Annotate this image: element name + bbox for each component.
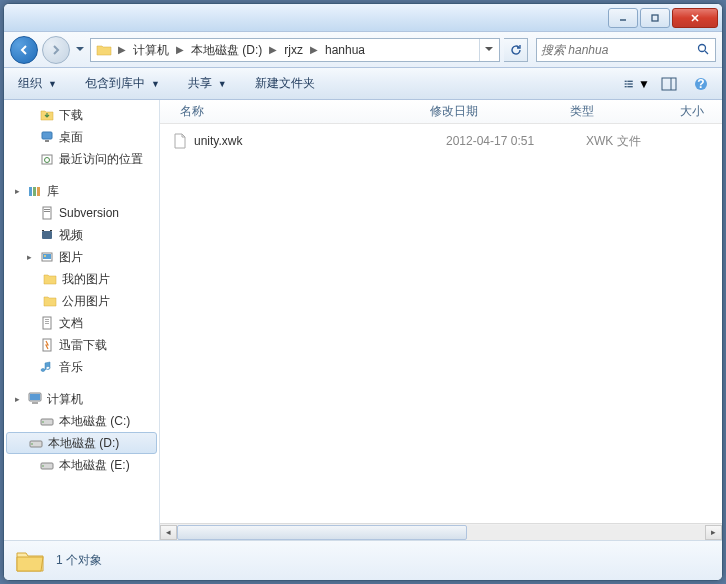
- svg-point-41: [42, 421, 44, 423]
- svg-point-19: [45, 158, 50, 163]
- minimize-button[interactable]: [608, 8, 638, 28]
- recent-icon: [39, 151, 55, 167]
- file-list[interactable]: unity.xwk 2012-04-17 0:51 XWK 文件: [160, 124, 722, 523]
- tree-item-music[interactable]: 音乐: [4, 356, 159, 378]
- svg-rect-27: [42, 230, 44, 231]
- breadcrumb-arrow-icon[interactable]: ▶: [115, 44, 129, 55]
- file-name: unity.xwk: [194, 134, 438, 148]
- collapse-icon[interactable]: ▸: [24, 252, 35, 263]
- column-date[interactable]: 修改日期: [422, 103, 562, 120]
- svg-text:?: ?: [697, 77, 704, 91]
- collapse-icon[interactable]: ▸: [12, 394, 23, 405]
- search-icon[interactable]: [695, 43, 711, 56]
- tree-item-my-pictures[interactable]: 我的图片: [4, 268, 159, 290]
- scroll-left-button[interactable]: ◂: [160, 525, 177, 540]
- svg-rect-35: [45, 323, 49, 324]
- breadcrumb-arrow-icon[interactable]: ▶: [266, 44, 280, 55]
- search-box[interactable]: [536, 38, 716, 62]
- column-size[interactable]: 大小: [672, 103, 722, 120]
- documents-icon: [39, 315, 55, 331]
- tree-item-drive-e[interactable]: 本地磁盘 (E:): [4, 454, 159, 476]
- folder-icon: [42, 293, 58, 309]
- forward-button[interactable]: [42, 36, 70, 64]
- status-text: 1 个对象: [56, 552, 102, 569]
- tree-item-pictures[interactable]: ▸图片: [4, 246, 159, 268]
- file-row[interactable]: unity.xwk 2012-04-17 0:51 XWK 文件: [172, 130, 710, 152]
- downloads-icon: [39, 107, 55, 123]
- view-options-button[interactable]: ▼: [624, 73, 650, 95]
- tree-item-desktop[interactable]: 桌面: [4, 126, 159, 148]
- new-folder-button[interactable]: 新建文件夹: [249, 72, 321, 95]
- svg-rect-34: [45, 321, 49, 322]
- tree-item-documents[interactable]: 文档: [4, 312, 159, 334]
- tree-item-subversion[interactable]: Subversion: [4, 202, 159, 224]
- history-dropdown[interactable]: [74, 47, 86, 52]
- svg-rect-1: [652, 15, 658, 21]
- videos-icon: [39, 227, 55, 243]
- column-name[interactable]: 名称: [172, 103, 422, 120]
- preview-pane-button[interactable]: [656, 73, 682, 95]
- drive-icon: [28, 435, 44, 451]
- refresh-button[interactable]: [504, 38, 528, 62]
- svg-rect-11: [627, 86, 632, 87]
- window-controls: [606, 8, 718, 28]
- svg-rect-39: [32, 402, 38, 404]
- tree-item-downloads[interactable]: 下载: [4, 104, 159, 126]
- breadcrumb-seg-hanhua[interactable]: hanhua: [321, 39, 369, 61]
- search-input[interactable]: [541, 43, 695, 57]
- file-icon: [172, 133, 188, 149]
- column-headers: 名称 修改日期 类型 大小: [160, 100, 722, 124]
- back-button[interactable]: [10, 36, 38, 64]
- tree-item-libraries[interactable]: ▸库: [4, 180, 159, 202]
- drive-icon: [39, 457, 55, 473]
- breadcrumb-arrow-icon[interactable]: ▶: [307, 44, 321, 55]
- svg-rect-22: [37, 187, 40, 196]
- column-type[interactable]: 类型: [562, 103, 672, 120]
- breadcrumb-arrow-icon[interactable]: ▶: [173, 44, 187, 55]
- tree-item-drive-d[interactable]: 本地磁盘 (D:): [6, 432, 157, 454]
- main-area: 下载 桌面 最近访问的位置 ▸库 Subversion 视频 ▸图片 我的图片 …: [4, 100, 722, 540]
- breadcrumb[interactable]: ▶ 计算机 ▶ 本地磁盘 (D:) ▶ rjxz ▶ hanhua: [90, 38, 500, 62]
- breadcrumb-seg-computer[interactable]: 计算机: [129, 39, 173, 61]
- navigation-tree[interactable]: 下载 桌面 最近访问的位置 ▸库 Subversion 视频 ▸图片 我的图片 …: [4, 100, 160, 540]
- scroll-right-button[interactable]: ▸: [705, 525, 722, 540]
- scroll-thumb[interactable]: [177, 525, 467, 540]
- xunlei-icon: [39, 337, 55, 353]
- breadcrumb-dropdown[interactable]: [479, 39, 497, 61]
- svg-rect-28: [50, 230, 52, 231]
- svg-rect-21: [33, 187, 36, 196]
- svg-rect-6: [625, 80, 627, 81]
- tree-item-recent[interactable]: 最近访问的位置: [4, 148, 159, 170]
- collapse-icon[interactable]: ▸: [12, 186, 23, 197]
- music-icon: [39, 359, 55, 375]
- tree-item-computer[interactable]: ▸计算机: [4, 388, 159, 410]
- scroll-track[interactable]: [177, 525, 705, 540]
- horizontal-scrollbar[interactable]: ◂ ▸: [160, 523, 722, 540]
- share-button[interactable]: 共享▼: [182, 72, 233, 95]
- organize-button[interactable]: 组织▼: [12, 72, 63, 95]
- svg-rect-38: [30, 394, 40, 400]
- svg-rect-20: [29, 187, 32, 196]
- svg-rect-7: [627, 80, 632, 81]
- svg-rect-8: [625, 83, 627, 84]
- statusbar: 1 个对象: [4, 540, 722, 580]
- tree-item-videos[interactable]: 视频: [4, 224, 159, 246]
- drive-icon: [39, 413, 55, 429]
- file-date: 2012-04-17 0:51: [438, 134, 578, 148]
- include-in-library-button[interactable]: 包含到库中▼: [79, 72, 166, 95]
- tree-item-xunlei[interactable]: 迅雷下载: [4, 334, 159, 356]
- breadcrumb-seg-drive-d[interactable]: 本地磁盘 (D:): [187, 39, 266, 61]
- svg-rect-12: [662, 78, 676, 90]
- tree-item-public-pictures[interactable]: 公用图片: [4, 290, 159, 312]
- maximize-button[interactable]: [640, 8, 670, 28]
- close-button[interactable]: [672, 8, 718, 28]
- file-type: XWK 文件: [578, 133, 688, 150]
- help-button[interactable]: ?: [688, 73, 714, 95]
- pictures-icon: [39, 249, 55, 265]
- breadcrumb-seg-rjxz[interactable]: rjxz: [280, 39, 307, 61]
- svg-rect-17: [45, 140, 49, 142]
- svg-rect-26: [42, 231, 52, 239]
- toolbar: 组织▼ 包含到库中▼ 共享▼ 新建文件夹 ▼ ?: [4, 68, 722, 100]
- tree-item-drive-c[interactable]: 本地磁盘 (C:): [4, 410, 159, 432]
- svg-point-4: [698, 45, 705, 52]
